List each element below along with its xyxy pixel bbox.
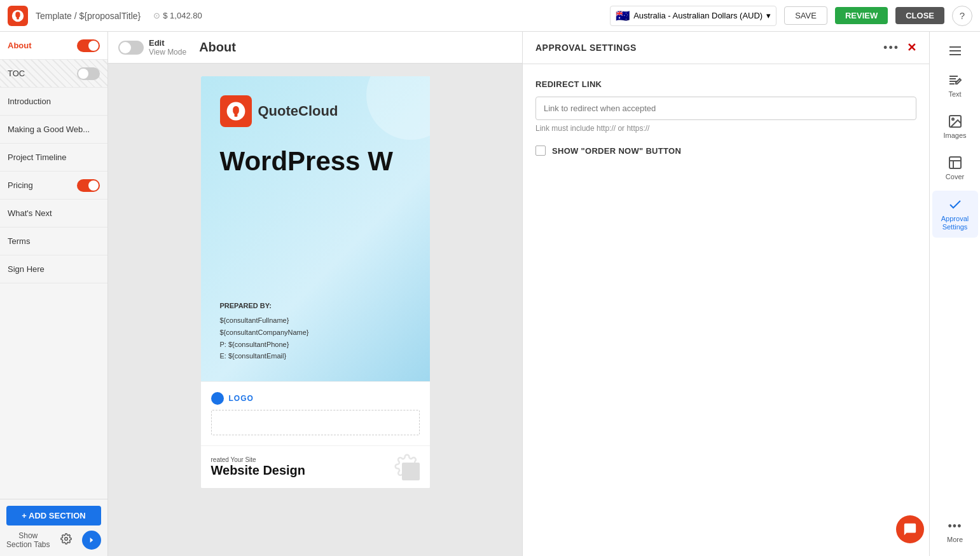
sidebar-item-making[interactable]: Making a Good Web... [0, 116, 107, 144]
order-now-checkbox[interactable] [535, 146, 546, 156]
toc-visibility-toggle[interactable] [77, 67, 100, 80]
content-area: Edit View Mode About ⋮ [108, 32, 522, 556]
page-preview-cover: ⋮ QuoteCloud Word [201, 76, 430, 488]
proposal-title-preview: WordPress W [220, 146, 411, 177]
sidebar: About TOC Introduction Making a Good Web… [0, 32, 108, 556]
sidebar-item-pricing[interactable]: Pricing [0, 172, 107, 200]
sidebar-item-terms[interactable]: Terms [0, 227, 107, 255]
rail-item-approval-settings[interactable]: Approval Settings [932, 191, 978, 238]
redirect-link-label: REDIRECT LINK [535, 79, 916, 89]
third-page-section: reated Your Site Website Design [201, 445, 430, 488]
navigate-button[interactable] [82, 531, 101, 550]
content-header: Edit View Mode About [108, 32, 522, 64]
rail-images-label: Images [943, 132, 966, 140]
brand-logo-box [220, 95, 252, 127]
svg-rect-4 [234, 113, 237, 117]
consultant-info: ${consultantFullname} ${consultantCompan… [220, 315, 411, 362]
sidebar-item-introduction[interactable]: Introduction [0, 88, 107, 116]
save-button[interactable]: SAVE [784, 6, 827, 25]
rail-text-label: Text [948, 90, 961, 98]
app-logo [8, 6, 28, 26]
edit-mode-toggle[interactable] [118, 41, 144, 55]
close-button[interactable]: CLOSE [895, 7, 944, 24]
breadcrumb: Template / ${proposalTitle} [36, 11, 141, 21]
approval-panel-header: APPROVAL SETTINGS ••• ✕ [523, 32, 929, 64]
rail-menu-button[interactable] [932, 38, 978, 64]
logo-circle [211, 392, 224, 405]
sidebar-footer: + ADD SECTION Show Section Tabs [0, 499, 107, 556]
rail-more-label: More [947, 536, 963, 543]
second-page-section: LOGO [201, 381, 430, 445]
sidebar-bottom-controls: Show Section Tabs [6, 525, 101, 550]
approval-header-actions: ••• ✕ [883, 41, 916, 55]
svg-point-14 [952, 118, 954, 120]
svg-rect-15 [949, 157, 961, 168]
page-title: About [199, 40, 236, 55]
pricing-visibility-toggle[interactable] [77, 179, 100, 192]
topbar: Template / ${proposalTitle} ⊙ $ 1,042.80… [0, 0, 980, 32]
rail-more-dots-icon: ••• [948, 520, 962, 533]
rail-item-cover[interactable]: Cover [932, 149, 978, 187]
price-display: ⊙ $ 1,042.80 [153, 11, 202, 20]
about-visibility-toggle[interactable] [77, 39, 100, 52]
edit-toggle-wrap: Edit View Mode [118, 38, 186, 57]
logo-image-placeholder [211, 410, 420, 435]
svg-point-2 [65, 538, 68, 541]
right-icon-rail: Text Images Cover Approval Se [929, 32, 980, 556]
rail-approval-label: Approval Settings [937, 215, 973, 231]
chevron-down-icon: ▾ [766, 11, 771, 20]
chat-fab-button[interactable] [896, 515, 924, 543]
order-now-label: SHOW "ORDER NOW" BUTTON [552, 146, 681, 156]
pricing-toggle-wrap [77, 179, 100, 192]
flag-icon: 🇦🇺 [616, 9, 630, 23]
settings-gear-button[interactable] [60, 533, 72, 547]
svg-rect-1 [17, 16, 19, 19]
approval-panel-title: APPROVAL SETTINGS [535, 43, 637, 53]
toc-toggle-wrap [77, 67, 100, 80]
sidebar-item-whats-next[interactable]: What's Next [0, 200, 107, 227]
rail-item-images[interactable]: Images [932, 107, 978, 146]
prepared-by-section: PREPARED BY: ${consultantFullname} ${con… [220, 289, 411, 362]
main-layout: About TOC Introduction Making a Good Web… [0, 32, 980, 556]
cover-section: QuoteCloud WordPress W PREPARED BY: ${co… [201, 76, 430, 381]
sidebar-item-sign-here[interactable]: Sign Here [0, 255, 107, 283]
approval-close-button[interactable]: ✕ [907, 41, 916, 55]
approval-settings-panel: APPROVAL SETTINGS ••• ✕ REDIRECT LINK Li… [522, 32, 929, 556]
price-icon: ⊙ [153, 11, 160, 20]
redirect-link-input[interactable] [535, 97, 916, 120]
help-button[interactable]: ? [952, 6, 972, 26]
logo-placeholder: LOGO [211, 392, 420, 405]
image-placeholder [402, 463, 420, 480]
rail-item-text[interactable]: Text [932, 66, 978, 105]
redirect-hint: Link must include http:// or https:// [535, 124, 916, 133]
about-toggle-wrap [77, 39, 100, 52]
approval-panel-body: REDIRECT LINK Link must include http:// … [523, 64, 929, 556]
sidebar-item-about[interactable]: About [0, 32, 107, 60]
sidebar-item-project-timeline[interactable]: Project Timeline [0, 144, 107, 172]
locale-selector[interactable]: 🇦🇺 Australia - Australian Dollars (AUD) … [610, 6, 776, 26]
rail-more-button[interactable]: ••• More [941, 513, 969, 550]
sidebar-item-toc[interactable]: TOC [0, 60, 107, 88]
rail-cover-label: Cover [946, 173, 964, 181]
order-now-checkbox-row: SHOW "ORDER NOW" BUTTON [535, 146, 916, 156]
canvas-area[interactable]: ⋮ QuoteCloud Word [108, 64, 522, 556]
brand-name: QuoteCloud [258, 103, 338, 119]
review-button[interactable]: REVIEW [835, 7, 888, 24]
add-section-button[interactable]: + ADD SECTION [6, 506, 101, 525]
approval-more-options-button[interactable]: ••• [883, 41, 899, 55]
